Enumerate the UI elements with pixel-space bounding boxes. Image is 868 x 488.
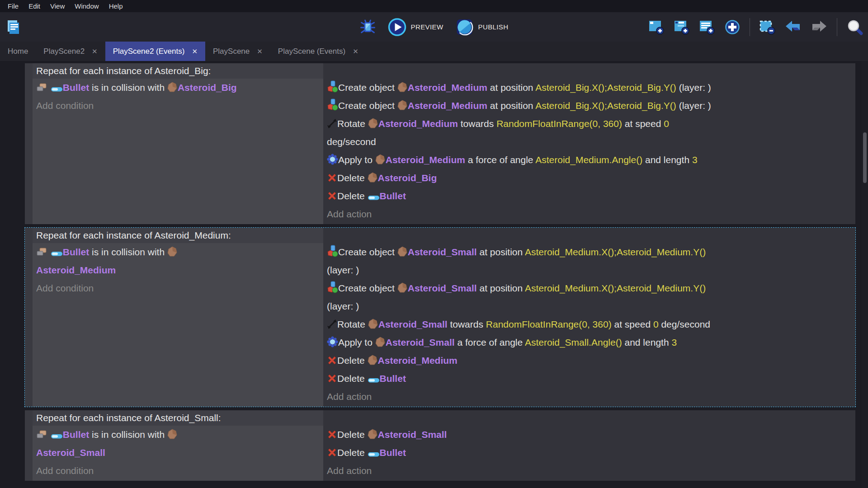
tab-playscene-events[interactable]: PlayScene (Events)✕: [270, 42, 366, 61]
expression-value: 0: [653, 319, 659, 329]
event-header[interactable]: Repeat for each instance of Asteroid_Big…: [33, 63, 323, 79]
menu-view[interactable]: View: [45, 0, 70, 12]
close-icon[interactable]: ✕: [257, 47, 263, 56]
add-condition-button[interactable]: Add condition: [33, 279, 323, 297]
row-text: (layer: ): [676, 100, 711, 111]
event-block[interactable]: Repeat for each instance of Asteroid_Sma…: [25, 410, 855, 481]
event-drag-handle[interactable]: [25, 63, 33, 224]
asteroid-icon: [375, 333, 386, 352]
tab-playscene2-events[interactable]: PlayScene2 (Events)✕: [105, 42, 205, 61]
row-text: towards: [458, 118, 496, 129]
asteroid-icon: [167, 79, 178, 97]
redo-icon[interactable]: [811, 19, 828, 35]
tab-playscene[interactable]: PlayScene✕: [205, 42, 270, 61]
row-text: at position: [487, 100, 535, 111]
row-text: towards: [448, 319, 486, 329]
menu-window[interactable]: Window: [70, 0, 104, 12]
action-row[interactable]: Apply to Asteroid_Medium a force of angl…: [323, 151, 855, 169]
add-action-button[interactable]: Add action: [323, 462, 855, 480]
row-text: Apply to: [338, 155, 375, 165]
action-row[interactable]: Delete Asteroid_Big: [323, 169, 855, 187]
object-name: Asteroid_Small: [36, 447, 105, 458]
publish-button[interactable]: PUBLISH: [455, 18, 508, 37]
object-name: Asteroid_Small: [378, 319, 448, 329]
conditions-panel: Bullet is in collision with Asteroid_Sma…: [33, 426, 323, 481]
row-text: Create object: [338, 100, 397, 111]
event-block[interactable]: Repeat for each instance of Asteroid_Big…: [25, 63, 855, 224]
asteroid-icon: [397, 97, 408, 115]
add-circle-icon[interactable]: [724, 19, 741, 35]
asteroid-icon: [167, 243, 178, 261]
action-row[interactable]: Create object Asteroid_Small at position…: [323, 243, 855, 279]
row-text: a force of angle: [455, 337, 525, 347]
add-event-icon[interactable]: [648, 19, 665, 35]
delete-selection-icon[interactable]: [759, 19, 775, 35]
add-action-button[interactable]: Add action: [323, 388, 855, 406]
asteroid-icon: [368, 352, 378, 370]
preview-button[interactable]: PREVIEW: [388, 18, 443, 37]
condition-row[interactable]: Bullet is in collision with Asteroid_Big: [33, 79, 323, 97]
add-subevent-icon[interactable]: [674, 19, 690, 35]
add-condition-button[interactable]: Add condition: [33, 462, 323, 480]
row-text: at speed: [612, 319, 653, 329]
tab-label: PlayScene2: [43, 47, 85, 56]
add-comment-icon[interactable]: [699, 19, 715, 35]
row-text: Rotate: [337, 319, 368, 329]
event-drag-handle[interactable]: [25, 228, 33, 407]
preview-label: PREVIEW: [411, 23, 443, 31]
close-icon[interactable]: ✕: [92, 47, 98, 56]
action-row[interactable]: Delete Bullet: [323, 370, 855, 388]
scrollbar-thumb[interactable]: [863, 132, 867, 183]
object-name: Bullet: [63, 82, 89, 93]
object-name: Asteroid_Small: [408, 247, 477, 257]
expression-value: 3: [692, 155, 698, 165]
action-row[interactable]: Delete Asteroid_Medium: [323, 352, 855, 370]
tab-home[interactable]: Home: [0, 42, 36, 61]
tab-bar: HomePlayScene2✕PlayScene2 (Events)✕PlayS…: [0, 42, 868, 61]
asteroid-icon: [397, 243, 408, 261]
asteroid-icon: [368, 115, 378, 133]
action-row[interactable]: Create object Asteroid_Small at position…: [323, 279, 855, 315]
vertical-scrollbar[interactable]: [862, 61, 868, 488]
row-text: (layer: ): [327, 301, 359, 311]
action-row[interactable]: Rotate Asteroid_Small towards RandomFloa…: [323, 315, 855, 333]
action-row[interactable]: Delete Bullet: [323, 444, 855, 462]
tab-playscene2[interactable]: PlayScene2✕: [36, 42, 105, 61]
condition-row[interactable]: Bullet is in collision with Asteroid_Sma…: [33, 426, 323, 462]
object-name: Asteroid_Medium: [408, 82, 487, 93]
close-icon[interactable]: ✕: [192, 47, 198, 56]
search-icon[interactable]: [846, 19, 863, 36]
action-row[interactable]: Rotate Asteroid_Medium towards RandomFlo…: [323, 115, 855, 151]
menu-file[interactable]: File: [3, 0, 24, 12]
event-block[interactable]: Repeat for each instance of Asteroid_Med…: [25, 228, 855, 407]
action-row[interactable]: Create object Asteroid_Medium at positio…: [323, 97, 855, 115]
row-text: (layer: ): [676, 82, 711, 93]
row-text: Rotate: [337, 118, 368, 129]
undo-icon[interactable]: [784, 19, 802, 35]
asteroid-icon: [368, 169, 378, 187]
event-header[interactable]: Repeat for each instance of Asteroid_Med…: [33, 228, 323, 243]
menu-help[interactable]: Help: [104, 0, 128, 12]
event-drag-handle[interactable]: [25, 410, 33, 481]
action-row[interactable]: Delete Asteroid_Small: [323, 426, 855, 444]
row-text: Delete: [337, 173, 368, 183]
object-name: Bullet: [63, 429, 89, 440]
toolbar-separator: [750, 18, 750, 36]
debug-icon[interactable]: [360, 19, 376, 35]
object-name: Asteroid_Big: [378, 173, 437, 183]
object-name: Asteroid_Medium: [378, 118, 458, 129]
event-header[interactable]: Repeat for each instance of Asteroid_Sma…: [33, 410, 323, 426]
action-row[interactable]: Create object Asteroid_Medium at positio…: [323, 79, 855, 97]
close-icon[interactable]: ✕: [353, 47, 359, 56]
tab-label: PlayScene: [213, 47, 250, 56]
add-condition-button[interactable]: Add condition: [33, 97, 323, 115]
action-row[interactable]: Apply to Asteroid_Small a force of angle…: [323, 333, 855, 352]
add-action-button[interactable]: Add action: [323, 205, 855, 223]
row-text: is in collision with: [89, 247, 167, 257]
event-content: Repeat for each instance of Asteroid_Big…: [33, 63, 855, 224]
project-manager-icon[interactable]: [5, 19, 21, 35]
condition-row[interactable]: Bullet is in collision with Asteroid_Med…: [33, 243, 323, 279]
menu-edit[interactable]: Edit: [24, 0, 45, 12]
action-row[interactable]: Delete Bullet: [323, 187, 855, 205]
object-name: Asteroid_Medium: [408, 100, 487, 111]
